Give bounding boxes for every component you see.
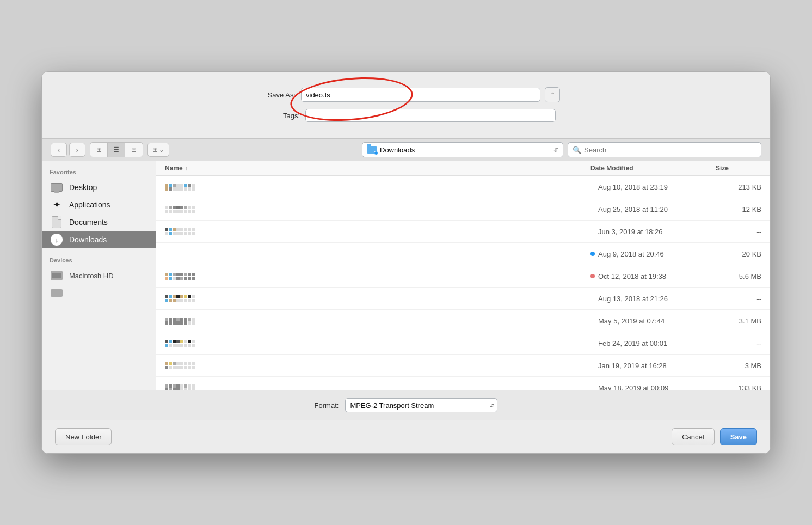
location-left: Downloads [367,146,415,154]
tags-input[interactable] [305,109,556,122]
form-section: Save As: ⌃ Tags: [42,72,770,138]
chevron-down-icon: ⌄ [159,146,164,154]
file-list-area: Name ↑ Date Modified Size Aug 10, 2018 a… [156,161,770,390]
chevron-up-icon: ⌃ [550,91,555,99]
file-date: Jun 3, 2019 at 18:26 [590,228,716,236]
sidebar-item-documents[interactable]: Documents [42,213,156,231]
size-column-header[interactable]: Size [716,164,761,172]
sidebar-item-downloads[interactable]: ↓ Downloads [42,231,156,248]
table-row[interactable]: Jun 3, 2019 at 18:26 -- [156,221,770,243]
sidebar: Favorites Desktop ✦ Applications Documen… [42,161,156,390]
format-select[interactable]: MPEG-2 Transport Stream MP4 QuickTime AV… [345,398,497,412]
downloads-icon: ↓ [50,234,64,246]
table-row[interactable]: Jan 19, 2019 at 16:28 3 MB [156,355,770,377]
sidebar-item-device1[interactable]: Macintosh HD [42,267,156,284]
devices-label: Devices [42,257,156,267]
file-thumbnail [156,312,200,329]
search-field[interactable]: 🔍 [568,142,761,157]
external-disk-icon [50,287,64,299]
table-row[interactable]: Oct 12, 2018 at 19:38 5.6 MB [156,265,770,288]
file-date: Feb 24, 2019 at 00:01 [590,339,716,347]
location-name: Downloads [380,146,415,154]
table-row[interactable]: Aug 13, 2018 at 21:26 -- [156,288,770,310]
table-row[interactable]: Feb 24, 2019 at 00:01 -- [156,332,770,355]
file-size: 20 KB [716,250,770,258]
format-bar: Format: MPEG-2 Transport Stream MP4 Quic… [42,390,770,420]
nav-buttons: ‹ › [51,143,85,157]
file-list-header: Name ↑ Date Modified Size [156,161,770,176]
sidebar-item-applications[interactable]: ✦ Applications [42,196,156,213]
sort-arrows-icon: ⇵ [553,146,558,154]
cancel-button[interactable]: Cancel [672,428,714,445]
filename-input[interactable] [301,88,540,102]
sidebar-item-desktop[interactable]: Desktop [42,179,156,196]
icon-view-button[interactable]: ⊞ [90,143,108,157]
forward-icon: › [76,146,78,154]
file-size: -- [716,228,770,236]
table-row[interactable]: Aug 25, 2018 at 11:20 12 KB [156,198,770,221]
grid-icon: ⊞ [152,146,158,154]
file-thumbnail [156,379,200,390]
expand-button[interactable]: ⌃ [545,87,560,102]
date-column-header[interactable]: Date Modified [590,164,716,172]
filename-input-wrapper [301,88,540,102]
format-select-wrapper: MPEG-2 Transport Stream MP4 QuickTime AV… [345,398,497,412]
save-dialog: Save As: ⌃ Tags: ‹ › ⊞ [41,71,771,454]
file-date: May 5, 2019 at 07:44 [590,317,716,325]
applications-label: Applications [69,200,110,209]
downloads-label: Downloads [69,235,107,244]
col-date-header: Date Modified [590,164,716,172]
format-label: Format: [315,401,339,410]
tags-label: Tags: [256,112,300,120]
forward-button[interactable]: › [69,143,85,157]
documents-label: Documents [69,218,108,227]
file-size: -- [716,295,770,303]
file-size: 3 MB [716,362,770,370]
file-size: 3.1 MB [716,317,770,325]
file-thumbnail [156,267,200,285]
action-right-buttons: Cancel Save [672,428,757,445]
harddisk-icon [50,270,64,282]
applications-icon: ✦ [50,199,64,211]
file-date: Oct 12, 2018 at 19:38 [590,272,716,280]
file-date: May 18, 2019 at 00:09 [590,384,716,390]
desktop-label: Desktop [69,183,97,192]
table-row[interactable]: May 18, 2019 at 00:09 133 KB [156,377,770,390]
col-size-header: Size [716,164,770,172]
name-column-header[interactable]: Name ↑ [165,164,590,172]
table-row[interactable]: Aug 9, 2018 at 20:46 20 KB [156,243,770,265]
back-button[interactable]: ‹ [51,143,67,157]
file-size: -- [716,339,770,347]
new-folder-button[interactable]: New Folder [55,428,112,445]
file-rows-container: Aug 10, 2018 at 23:19 213 KB Aug 25, 201… [156,176,770,390]
save-as-label: Save As: [252,91,296,99]
save-button[interactable]: Save [720,428,757,445]
file-thumbnail [156,357,200,374]
folder-icon [367,146,377,154]
file-date: Aug 9, 2018 at 20:46 [590,250,716,258]
file-size: 5.6 MB [716,272,770,280]
search-input[interactable] [584,146,756,154]
file-size: 133 KB [716,384,770,390]
column-view-icon: ⊟ [131,146,137,154]
back-icon: ‹ [58,146,60,154]
col-header: Name ↑ [156,164,590,172]
file-date: Aug 10, 2018 at 23:19 [590,183,716,191]
file-date: Aug 25, 2018 at 11:20 [590,205,716,213]
file-size: 213 KB [716,183,770,191]
table-row[interactable]: May 5, 2019 at 07:44 3.1 MB [156,310,770,332]
file-thumbnail [156,223,200,240]
sidebar-item-device2[interactable] [42,284,156,302]
group-by-button[interactable]: ⊞ ⌄ [147,143,169,157]
location-picker[interactable]: Downloads ⇵ [362,142,563,157]
list-view-button[interactable]: ☰ [108,143,125,157]
column-view-button[interactable]: ⊟ [125,143,143,157]
main-content: Favorites Desktop ✦ Applications Documen… [42,161,770,390]
table-row[interactable]: Aug 10, 2018 at 23:19 213 KB [156,176,770,198]
save-as-row: Save As: ⌃ [64,87,748,102]
documents-icon [50,216,64,228]
desktop-icon [50,181,64,193]
file-thumbnail [156,290,200,307]
sort-arrow-icon: ↑ [185,166,188,172]
device1-label: Macintosh HD [69,272,114,280]
